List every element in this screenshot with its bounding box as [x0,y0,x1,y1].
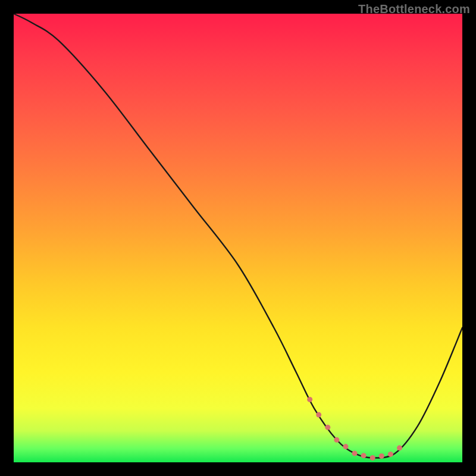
valley-marker [361,453,367,458]
valley-marker [307,397,312,402]
watermark-text: TheBottleneck.com [358,2,470,16]
valley-marker [388,452,393,457]
valley-marker [343,444,348,449]
valley-marker [397,445,402,450]
bottleneck-curve [14,14,462,462]
valley-marker [316,412,321,418]
valley-marker [352,450,358,456]
valley-marker [334,437,339,443]
valley-marker [325,425,330,430]
plot-area [14,14,462,462]
chart-frame: TheBottleneck.com [0,0,476,476]
valley-marker [370,455,375,461]
valley-marker [379,453,384,459]
